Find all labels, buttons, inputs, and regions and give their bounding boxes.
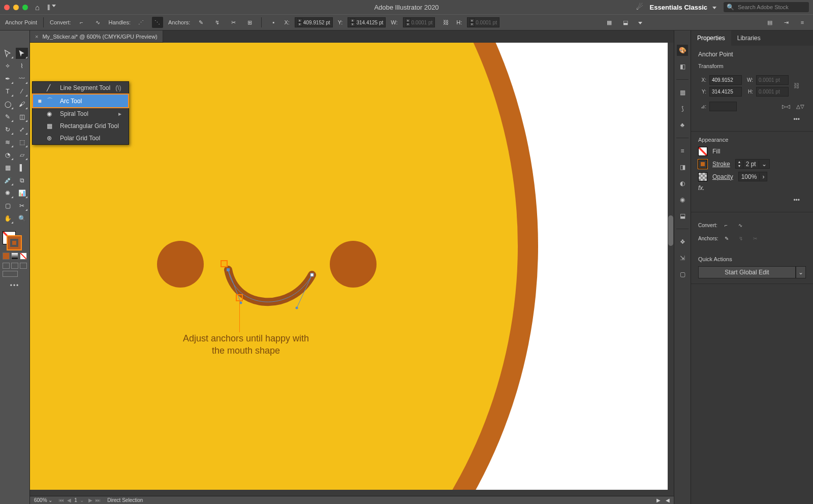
flyout-rect-grid[interactable]: ▦ Rectangular Grid Tool (33, 120, 129, 132)
discover-icon[interactable]: ☄ (636, 3, 643, 12)
swatches-icon[interactable]: ▦ (677, 87, 688, 98)
graphic-styles-icon[interactable]: ⬓ (677, 210, 688, 222)
zoom-field[interactable]: 600% ⌄ (34, 497, 52, 503)
stroke-panel-icon[interactable]: ≡ (677, 145, 688, 156)
convert-corner-icon[interactable]: ⌐ (76, 17, 87, 28)
arrange-docs-menu[interactable] (48, 5, 56, 10)
zoom-tool[interactable]: 🔍 (16, 213, 28, 224)
mesh-tool[interactable]: ▦ (2, 162, 14, 173)
opacity-field[interactable]: 100%› (738, 172, 768, 181)
transparency-icon[interactable]: ◐ (677, 178, 688, 189)
stock-search-input[interactable] (737, 4, 809, 11)
flyout-polar-grid[interactable]: ⊛ Polar Grid Tool (33, 132, 129, 144)
color-panel-icon[interactable]: 🎨 (677, 45, 688, 56)
scale-tool[interactable]: ⤢ (16, 124, 28, 135)
hand-tool[interactable]: ✋ (2, 213, 14, 224)
symbols-icon[interactable]: ♣ (677, 119, 688, 131)
grid-icon[interactable]: ▤ (764, 17, 775, 28)
link-wh-icon[interactable]: ⛓ (794, 82, 800, 89)
p-anchor-connect-icon[interactable]: ↯ (735, 233, 746, 244)
handle-show-icon[interactable]: ⋰ (136, 17, 147, 28)
fill-stroke-swatch[interactable] (3, 231, 21, 249)
flip-v-icon[interactable]: △▽ (795, 101, 806, 112)
line-tool[interactable]: ∕ (16, 86, 28, 97)
transform-x[interactable]: 409.9152 (709, 75, 742, 85)
mouth-path[interactable] (221, 262, 322, 325)
selection-tool[interactable] (2, 48, 14, 59)
isolate-icon[interactable]: ⊞ (244, 17, 255, 28)
magic-wand-tool[interactable]: ✧ (2, 60, 14, 72)
shape-builder-tool[interactable]: ◔ (2, 149, 14, 161)
free-transform-tool[interactable]: ⬚ (16, 137, 28, 148)
transform-more-icon[interactable]: ••• (698, 114, 806, 126)
tab-properties[interactable]: Properties (691, 30, 731, 46)
eraser-tool[interactable]: ◫ (16, 111, 28, 122)
align-icon[interactable]: ▦ (604, 17, 615, 28)
rotate-tool[interactable]: ↻ (2, 124, 14, 135)
anchor-cut-icon[interactable]: ✂ (228, 17, 239, 28)
anchor-remove-icon[interactable]: ✎ (195, 17, 206, 28)
status-nav-left-icon[interactable]: ▶ (656, 497, 661, 503)
ref-point-icon[interactable]: ▪ (268, 17, 279, 28)
lasso-tool[interactable]: ⌇ (16, 60, 28, 72)
draw-mode-row[interactable] (3, 263, 27, 269)
global-edit-button[interactable]: Start Global Edit (698, 266, 796, 278)
appearance-more-icon[interactable]: ••• (698, 195, 806, 207)
eyedropper-tool[interactable]: 💉 (2, 175, 14, 186)
zoom-window[interactable] (22, 5, 28, 10)
appearance-icon[interactable]: ◉ (677, 194, 688, 205)
blend-tool[interactable]: ⧉ (16, 175, 28, 186)
home-icon[interactable]: ⌂ (35, 3, 40, 12)
x-field[interactable]: ▴▾409.9152 pt (295, 17, 333, 27)
transform-y[interactable]: 314.4125 (709, 87, 742, 97)
screen-mode-row[interactable] (3, 271, 27, 277)
ellipse-tool[interactable]: ◯ (2, 99, 14, 110)
document-tab[interactable]: × My_Sticker.ai* @ 600% (CMYK/GPU Previe… (30, 30, 163, 42)
close-tab-icon[interactable]: × (35, 34, 38, 40)
close-window[interactable] (4, 5, 10, 10)
shape-mode-icon[interactable]: ⬓ (620, 17, 631, 28)
tab-libraries[interactable]: Libraries (731, 30, 767, 46)
p-anchor-cut-icon[interactable]: ✂ (749, 233, 761, 244)
minimize-window[interactable] (13, 5, 19, 10)
artboard-nav[interactable]: ⏮◀ 1 ⌄ ▶⏭ (57, 497, 102, 503)
pencil-tool[interactable]: ✎ (2, 111, 14, 122)
more-options-icon[interactable] (636, 19, 642, 25)
width-tool[interactable]: ≋ (2, 137, 14, 148)
brushes-icon[interactable]: ⟆ (677, 103, 688, 114)
color-guide-icon[interactable]: ◧ (677, 61, 688, 72)
gradient-tool[interactable]: ▌ (16, 162, 28, 173)
link-wh-icon[interactable]: ⛓ (440, 17, 451, 28)
fill-swatch-small[interactable] (698, 147, 707, 156)
scrollbar-vertical[interactable] (668, 43, 674, 490)
flyout-spiral[interactable]: ◉ Spiral Tool▸ (33, 108, 129, 120)
slice-tool[interactable]: ✂ (16, 200, 28, 211)
asset-export-icon[interactable]: ⇲ (677, 253, 688, 264)
status-nav-right-icon[interactable]: ◀ (666, 497, 670, 503)
paintbrush-tool[interactable]: 🖌 (16, 99, 28, 110)
flyout-arc[interactable]: ■⌒ Arc Tool (33, 94, 129, 108)
perspective-tool[interactable]: ▱ (16, 149, 28, 161)
type-tool[interactable]: T (2, 86, 14, 97)
workspace-switcher[interactable]: Essentials Classic (650, 4, 716, 11)
symbol-sprayer-tool[interactable]: ✺ (2, 187, 14, 199)
opacity-label[interactable]: Opacity (712, 173, 733, 180)
opacity-swatch[interactable] (698, 172, 707, 181)
flyout-line-segment[interactable]: ╱ Line Segment Tool(\) (33, 82, 129, 94)
stroke-swatch[interactable] (8, 236, 21, 249)
graph-tool[interactable]: 📊 (16, 187, 28, 199)
stroke-label[interactable]: Stroke (712, 161, 730, 168)
fx-button[interactable]: fx. (698, 184, 705, 192)
menu-icon[interactable]: ≡ (797, 17, 808, 28)
artboard-tool[interactable]: ▢ (2, 200, 14, 211)
global-edit-menu[interactable]: ⌄ (796, 266, 806, 278)
layers-icon[interactable]: ❖ (677, 236, 688, 247)
stock-search[interactable]: 🔍 (724, 2, 809, 12)
convert-smooth-icon[interactable]: ∿ (92, 17, 104, 28)
stroke-weight[interactable]: ▴▾2 pt⌄ (735, 159, 770, 169)
color-mode-row[interactable] (3, 253, 27, 260)
transform-angle[interactable] (709, 102, 737, 111)
anchor-connect-icon[interactable]: ↯ (211, 17, 223, 28)
flip-h-icon[interactable]: ▷◁ (780, 101, 792, 112)
direct-selection-tool[interactable] (16, 48, 28, 59)
